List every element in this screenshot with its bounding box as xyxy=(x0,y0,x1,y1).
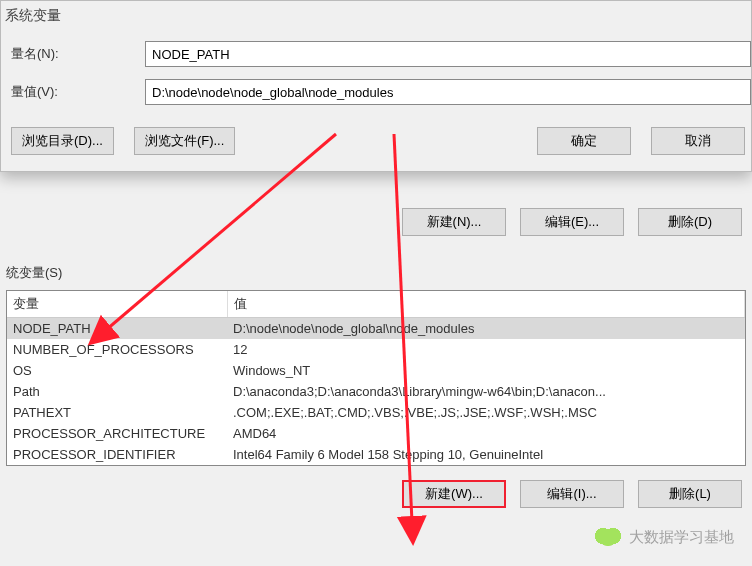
cell-variable: NODE_PATH xyxy=(7,318,227,340)
cell-variable: PROCESSOR_IDENTIFIER xyxy=(7,444,227,465)
wechat-icon xyxy=(595,526,621,548)
cell-variable: OS xyxy=(7,360,227,381)
user-delete-button[interactable]: 删除(D) xyxy=(638,208,742,236)
cell-value: D:\node\node\node_global\node_modules xyxy=(227,318,745,340)
cell-variable: PATHEXT xyxy=(7,402,227,423)
col-value[interactable]: 值 xyxy=(227,291,745,318)
system-edit-button[interactable]: 编辑(I)... xyxy=(520,480,624,508)
system-variables-label: 统变量(S) xyxy=(0,250,752,288)
edit-dialog-button-row: 浏览目录(D)... 浏览文件(F)... 确定 取消 xyxy=(1,111,751,157)
cell-value: 12 xyxy=(227,339,745,360)
cell-value: .COM;.EXE;.BAT;.CMD;.VBS;.VBE;.JS;.JSE;.… xyxy=(227,402,745,423)
cell-value: AMD64 xyxy=(227,423,745,444)
user-vars-button-row: 新建(N)... 编辑(E)... 删除(D) xyxy=(0,198,752,250)
table-row[interactable]: PATHEXT.COM;.EXE;.BAT;.CMD;.VBS;.VBE;.JS… xyxy=(7,402,745,423)
cell-variable: NUMBER_OF_PROCESSORS xyxy=(7,339,227,360)
variable-value-input[interactable] xyxy=(145,79,751,105)
table-row[interactable]: NUMBER_OF_PROCESSORS12 xyxy=(7,339,745,360)
cell-variable: Path xyxy=(7,381,227,402)
system-vars-button-row: 新建(W)... 编辑(I)... 删除(L) xyxy=(0,476,752,510)
system-delete-button[interactable]: 删除(L) xyxy=(638,480,742,508)
cell-variable: PROCESSOR_ARCHITECTURE xyxy=(7,423,227,444)
table-row[interactable]: PROCESSOR_IDENTIFIERIntel64 Family 6 Mod… xyxy=(7,444,745,465)
system-variables-table[interactable]: 变量 值 NODE_PATHD:\node\node\node_global\n… xyxy=(6,290,746,466)
table-row[interactable]: NODE_PATHD:\node\node\node_global\node_m… xyxy=(7,318,745,340)
browse-file-button[interactable]: 浏览文件(F)... xyxy=(134,127,235,155)
watermark-text: 大数据学习基地 xyxy=(629,528,734,547)
dialog-title: 系统变量 xyxy=(1,1,751,35)
cell-value: Windows_NT xyxy=(227,360,745,381)
table-row[interactable]: PROCESSOR_ARCHITECTUREAMD64 xyxy=(7,423,745,444)
ok-button[interactable]: 确定 xyxy=(537,127,631,155)
user-new-button[interactable]: 新建(N)... xyxy=(402,208,506,236)
user-edit-button[interactable]: 编辑(E)... xyxy=(520,208,624,236)
col-variable[interactable]: 变量 xyxy=(7,291,227,318)
watermark: 大数据学习基地 xyxy=(595,526,734,548)
edit-system-variable-dialog: 系统变量 量名(N): 量值(V): 浏览目录(D)... 浏览文件(F)...… xyxy=(0,0,752,172)
cell-value: Intel64 Family 6 Model 158 Stepping 10, … xyxy=(227,444,745,465)
value-label: 量值(V): xyxy=(11,83,131,101)
table-row[interactable]: OSWindows_NT xyxy=(7,360,745,381)
system-new-button[interactable]: 新建(W)... xyxy=(402,480,506,508)
name-label: 量名(N): xyxy=(11,45,131,63)
table-row[interactable]: PathD:\anaconda3;D:\anaconda3\Library\mi… xyxy=(7,381,745,402)
browse-directory-button[interactable]: 浏览目录(D)... xyxy=(11,127,114,155)
environment-variables-dialog: 新建(N)... 编辑(E)... 删除(D) 统变量(S) 变量 值 NODE… xyxy=(0,198,752,520)
table-header-row: 变量 值 xyxy=(7,291,745,318)
value-row: 量值(V): xyxy=(1,73,751,111)
cancel-button[interactable]: 取消 xyxy=(651,127,745,155)
variable-name-input[interactable] xyxy=(145,41,751,67)
name-row: 量名(N): xyxy=(1,35,751,73)
cell-value: D:\anaconda3;D:\anaconda3\Library\mingw-… xyxy=(227,381,745,402)
